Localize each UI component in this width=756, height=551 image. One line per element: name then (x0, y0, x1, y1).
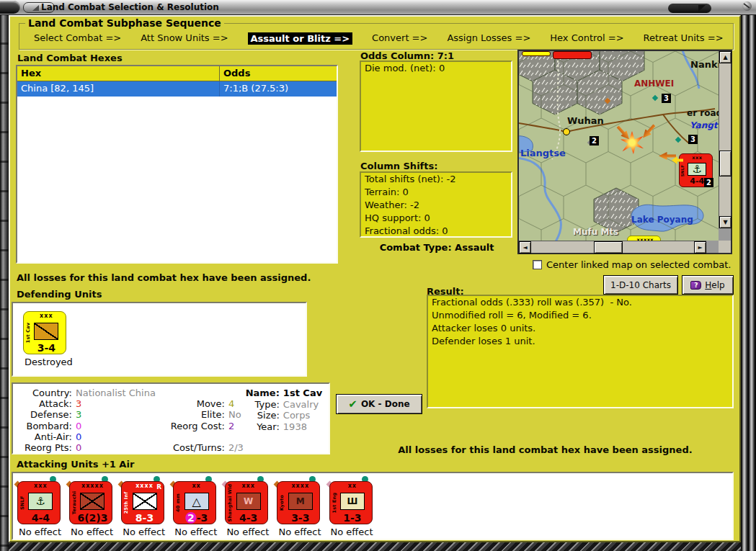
map-vertical-scrollbar[interactable]: ▲ ▼ (719, 51, 731, 228)
combat-type-label: Combat Type: Assault (355, 242, 519, 253)
map-unit[interactable]: 27th Inf xxxx 4-3 (694, 183, 719, 217)
stat-label: Year: (244, 421, 280, 433)
unit-symbol-icon (133, 493, 157, 510)
stat-label: Anti-Air: (14, 431, 72, 442)
unit-size: xx (192, 483, 200, 489)
odds-panel: Die mod. (net): 0 (360, 61, 512, 152)
scroll-up-button[interactable]: ▲ (719, 51, 731, 63)
stat-row: Reorg Cost: 2 (156, 421, 244, 431)
scroll-down-button[interactable]: ▼ (719, 216, 731, 228)
unit-status: Destroyed (23, 357, 71, 367)
unit-status: No effect (277, 527, 325, 537)
scroll-right-button[interactable]: ► (694, 241, 706, 254)
notch-triangle-icon (698, 5, 706, 12)
unit-value: 2-3 (185, 512, 208, 524)
stat-value: Nationalist China (72, 388, 156, 398)
defending-unit[interactable]: 1st Cav xxx 3-4 Destroyed (23, 311, 71, 367)
stat-row: Elite: No (156, 409, 244, 420)
attacking-unit[interactable]: 1st Eng xx 1-3 No effect (329, 481, 378, 537)
attacking-unit[interactable]: Kyoto xxxx 3-3 No effect (277, 481, 325, 537)
unit-counter[interactable]: Kyoto xxxx 3-3 (277, 481, 320, 524)
attacking-unit[interactable]: Terauchi xxxxx 6(2)3 No effect (69, 481, 117, 537)
unit-counter[interactable]: Terauchi xxxxx 6(2)3 (69, 481, 112, 524)
title-bar[interactable]: Land Combat Selection & Resolution (0, 0, 756, 15)
stat-label: Country: (14, 388, 72, 398)
scroll-left-button[interactable]: ◄ (519, 241, 531, 254)
map-unit[interactable]: Terauchi xxxxx 6(2)3 (646, 102, 680, 136)
stat-value: No (225, 409, 241, 420)
stat-row: Reorg Pts: 0 (14, 442, 156, 453)
stat-value: 1938 (280, 421, 307, 433)
attacking-unit[interactable]: Shanghai Wld xxx 4-3 No effect (225, 481, 273, 537)
unit-size: xx (348, 483, 357, 489)
center-map-checkbox-row[interactable]: Center linked map on selected combat. (533, 259, 731, 270)
unit-value: 3-4 (37, 342, 55, 354)
unit-name: SNLF (19, 496, 25, 510)
map-unit[interactable]: Chiang xxxxx 5(1)2 (573, 143, 607, 177)
stats-column-1: Country: Nationalist China Attack: 3 Def… (14, 388, 156, 453)
ok-done-button[interactable]: ✔ OK - Done (336, 394, 422, 414)
result-line: Unmodified roll = 6, Modified = 6. (428, 309, 732, 322)
attacking-units-box: SNLF xxx 4-4 No effect Terauchi xxxxx (12, 472, 734, 540)
charts-button-label: 1-D-10 Charts (610, 280, 671, 290)
unit-counter[interactable]: 25th Inf xxxx R 8-3 (121, 481, 164, 524)
map-badge: 3 (662, 94, 671, 103)
linked-map[interactable]: Nanking ANHWEI er road Wuhan Yangt Liang… (517, 50, 732, 254)
unit-symbol-icon (80, 493, 104, 510)
help-button[interactable]: ? Help (682, 275, 734, 295)
stat-label: Reorg Pts: (14, 442, 72, 453)
attacking-unit[interactable]: 40 mm xx 2-3 No effect (173, 481, 221, 537)
unit-size: xxxx (291, 483, 309, 489)
map-viewport[interactable]: Nanking ANHWEI er road Wuhan Yangt Liang… (519, 51, 719, 241)
result-line: Attacker loses 0 units. (428, 322, 732, 335)
stat-label: Attack: (14, 398, 72, 409)
unit-counter[interactable]: 1st Eng xx 1-3 (329, 481, 373, 524)
map-unit[interactable]: SNLF xxx 4-4 (599, 102, 633, 136)
help-book-icon: ? (690, 281, 701, 290)
unit-counter[interactable]: 1st Cav xxx 3-4 (23, 311, 66, 354)
stat-label: Type: (244, 399, 280, 411)
unit-name: Terauchi (71, 491, 77, 515)
map-horizontal-scrollbar[interactable]: ◄ ► (519, 241, 706, 253)
stat-label: Elite: (156, 409, 225, 420)
map-label-yangtze: Yangt (690, 120, 718, 130)
stat-label: Reorg Cost: (156, 421, 225, 431)
unit-value: 4-3 (239, 512, 257, 524)
shift-line: Fractional odds: 0 (361, 225, 511, 238)
subphase-step: Assign Losses => (447, 32, 530, 45)
unit-counter[interactable]: Shanghai Wld xxx 4-3 (225, 481, 268, 524)
unit-status: No effect (225, 527, 273, 537)
subphase-step: Select Combat => (34, 32, 121, 45)
attacking-unit[interactable]: SNLF xxx 4-4 No effect (17, 481, 66, 537)
shift-line: Terrain: 0 (361, 186, 511, 199)
stat-value: 3 (72, 398, 81, 409)
combat-hexes-header: Hex Odds (17, 66, 337, 81)
attacking-unit[interactable]: 25th Inf xxxx R 8-3 No effect (121, 481, 169, 537)
horizontal-scroll-thumb[interactable] (594, 241, 623, 254)
stat-row: Year: 1938 (244, 421, 322, 433)
unit-name: Kyoto (279, 495, 285, 511)
center-map-checkbox[interactable] (533, 260, 542, 269)
stat-value: 2 (225, 421, 234, 431)
triangle-icon (32, 5, 39, 11)
stat-row: Cost/Turns: 2/3 (156, 442, 244, 453)
help-button-label: Help (705, 280, 724, 290)
shift-line: Total shifts (net): -2 (361, 173, 511, 186)
charts-button[interactable]: 1-D-10 Charts (603, 275, 678, 295)
stat-row: Bombard: 0 (14, 421, 156, 431)
map-badge: 2 (704, 178, 713, 187)
partial-counter (553, 51, 592, 59)
map-badge: 3 (688, 135, 698, 144)
unit-name: 40 mm (175, 493, 181, 512)
unit-counter[interactable]: SNLF xxx 4-4 (17, 481, 61, 524)
vertical-scroll-thumb[interactable] (719, 151, 731, 176)
titlebar-knob-icon (0, 1, 20, 14)
unit-size: xxx (40, 313, 53, 319)
stat-row: Attack: 3 (14, 398, 156, 409)
unit-counter[interactable]: Chiang xxxxx 5(1)2 (627, 236, 661, 241)
combat-hexes-listbox[interactable]: Hex Odds China [82, 145] 7:1;B (27.5:3) (16, 65, 338, 264)
unit-counter[interactable]: 40 mm xx 2-3 (173, 481, 216, 524)
stat-value: 4 (225, 398, 234, 409)
unit-name: 1st Cav (25, 323, 31, 344)
combat-hex-row[interactable]: China [82, 145] 7:1;B (27.5:3) (17, 81, 337, 97)
